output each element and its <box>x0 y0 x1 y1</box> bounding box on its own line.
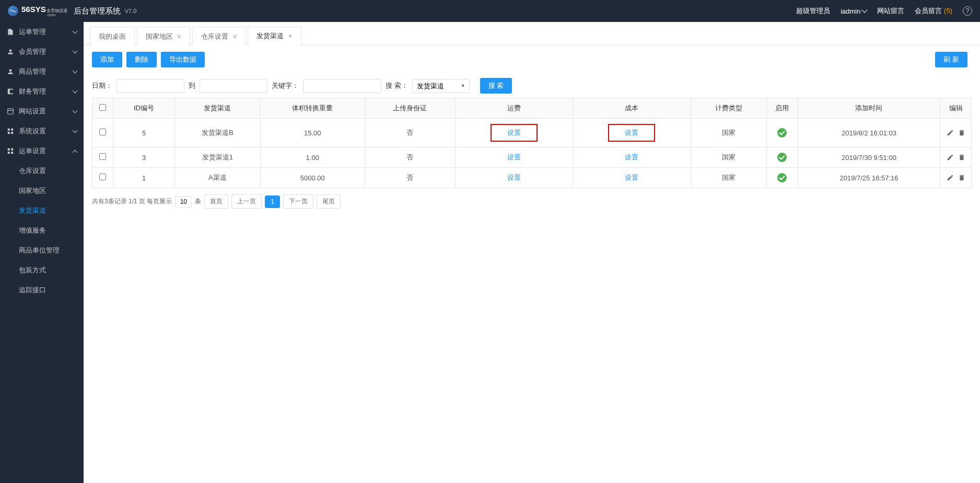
cost-set-link[interactable]: 设置 <box>625 153 638 161</box>
col-header-0: ID编号 <box>113 98 175 119</box>
filter-bar: 日期： 到 关键字： 搜 索： 发货渠道 搜 索 <box>84 74 980 98</box>
grid-icon <box>6 127 15 135</box>
date-to-input[interactable] <box>200 79 267 93</box>
check-icon <box>777 173 787 182</box>
user-icon <box>6 67 15 76</box>
nav-item-1[interactable]: 会员管理 <box>0 42 84 62</box>
sub-nav-item-1[interactable]: 国家地区 <box>0 181 84 201</box>
cell-weight: 15.00 <box>260 119 365 147</box>
sub-nav-item-2[interactable]: 发货渠道 <box>0 201 84 221</box>
edit-icon[interactable] <box>947 129 954 136</box>
cell-freight: 设置 <box>455 168 573 188</box>
select-all-checkbox[interactable] <box>99 104 106 111</box>
col-header-4: 运费 <box>455 98 573 119</box>
tab-close-icon[interactable]: × <box>232 32 237 41</box>
tab-close-icon[interactable]: × <box>288 32 292 40</box>
nav-item-3[interactable]: 财务管理 <box>0 82 84 101</box>
doc-icon <box>6 28 15 36</box>
cell-cost: 设置 <box>573 147 691 168</box>
cell-enabled <box>766 119 798 147</box>
last-page-button[interactable]: 尾页 <box>317 194 341 209</box>
cell-time: 2019/7/25 16:57:16 <box>798 168 940 188</box>
next-page-button[interactable]: 下一页 <box>283 194 313 209</box>
cell-actions <box>940 119 972 147</box>
cell-cost: 设置 <box>573 168 691 188</box>
sub-nav-item-6[interactable]: 追踪接口 <box>0 280 84 300</box>
prev-page-button[interactable]: 上一页 <box>231 194 262 209</box>
delete-button[interactable]: 删除 <box>126 52 157 67</box>
tab-2[interactable]: 仓库设置× <box>192 27 246 45</box>
cost-set-link[interactable]: 设置 <box>625 129 638 136</box>
delete-icon[interactable] <box>958 129 965 136</box>
search-type-select[interactable]: 发货渠道 <box>412 79 470 93</box>
cell-actions <box>940 147 972 168</box>
layout-icon <box>6 107 15 116</box>
freight-set-link[interactable]: 设置 <box>507 153 521 161</box>
check-icon <box>777 153 787 162</box>
tab-0[interactable]: 我的桌面 <box>90 27 135 45</box>
sub-nav-item-5[interactable]: 包装方式 <box>0 260 84 280</box>
cell-channel: A渠道 <box>175 168 261 188</box>
member-msg-link[interactable]: 会员留言 (5) <box>915 6 952 16</box>
cell-type: 国家 <box>691 119 766 147</box>
svg-rect-2 <box>8 129 10 131</box>
edit-icon[interactable] <box>947 154 954 161</box>
cell-enabled <box>766 147 798 168</box>
row-checkbox[interactable] <box>99 153 106 160</box>
add-button[interactable]: 添加 <box>92 52 122 67</box>
tab-1[interactable]: 国家地区× <box>137 27 190 45</box>
sub-nav-item-0[interactable]: 仓库设置 <box>0 161 84 181</box>
col-header-1: 发货渠道 <box>175 98 261 119</box>
date-from-input[interactable] <box>116 79 184 93</box>
nav-item-2[interactable]: 商品管理 <box>0 62 84 82</box>
nav-item-0[interactable]: 运单管理 <box>0 22 84 42</box>
freight-set-link[interactable]: 设置 <box>507 129 521 136</box>
chevron-down-icon <box>72 29 77 34</box>
export-button[interactable]: 导出数据 <box>161 52 205 67</box>
site-msg-link[interactable]: 网站留言 <box>877 6 904 16</box>
sub-nav-item-3[interactable]: 增值服务 <box>0 221 84 240</box>
nav-item-4[interactable]: 网站设置 <box>0 101 84 121</box>
user-dropdown[interactable]: iadmin <box>841 7 867 15</box>
current-page-button[interactable]: 1 <box>265 196 280 208</box>
cell-type: 国家 <box>691 168 766 188</box>
nav-item-order-settings[interactable]: 运单设置 <box>0 141 84 161</box>
tab-3[interactable]: 发货渠道× <box>248 27 301 45</box>
first-page-button[interactable]: 首页 <box>204 194 228 209</box>
user-icon <box>6 48 15 56</box>
help-icon[interactable]: ? <box>963 6 972 16</box>
cell-freight: 设置 <box>455 147 573 168</box>
freight-set-link[interactable]: 设置 <box>507 174 521 181</box>
cell-cost: 设置 <box>573 119 691 147</box>
nav-item-5[interactable]: 系统设置 <box>0 121 84 141</box>
cell-weight: 5000.00 <box>260 168 365 188</box>
check-icon <box>777 128 787 137</box>
keyword-input[interactable] <box>303 79 381 93</box>
table-row: 5发货渠道B15.00否设置设置国家2019/8/2 16:01:03 <box>92 119 972 147</box>
row-checkbox[interactable] <box>99 174 106 180</box>
sub-nav-item-4[interactable]: 商品单位管理 <box>0 240 84 260</box>
per-page-input[interactable] <box>175 196 192 208</box>
search-button[interactable]: 搜 索 <box>480 78 512 94</box>
cell-type: 国家 <box>691 147 766 168</box>
tab-close-icon[interactable]: × <box>177 32 181 41</box>
chevron-down-icon <box>72 89 77 94</box>
system-version: V7.0 <box>125 8 137 14</box>
logo-main-text: 56SYS <box>21 5 46 14</box>
svg-rect-7 <box>11 148 13 151</box>
cell-weight: 1.00 <box>260 147 365 168</box>
role-label: 超级管理员 <box>796 6 830 16</box>
keyword-label: 关键字： <box>272 81 299 90</box>
cost-set-link[interactable]: 设置 <box>625 174 638 181</box>
delete-icon[interactable] <box>958 174 965 181</box>
row-checkbox[interactable] <box>99 129 106 135</box>
cell-id: 3 <box>113 147 175 168</box>
svg-rect-0 <box>8 109 14 114</box>
refresh-button[interactable]: 刷 新 <box>935 52 967 67</box>
sidebar: 运单管理会员管理商品管理财务管理网站设置系统设置 运单设置 仓库设置国家地区发货… <box>0 22 84 483</box>
edit-icon[interactable] <box>947 174 954 181</box>
col-header-5: 成本 <box>573 98 691 119</box>
toolbar: 添加 删除 导出数据 刷 新 <box>84 45 980 74</box>
cell-idcard: 否 <box>365 147 455 168</box>
delete-icon[interactable] <box>958 154 965 161</box>
